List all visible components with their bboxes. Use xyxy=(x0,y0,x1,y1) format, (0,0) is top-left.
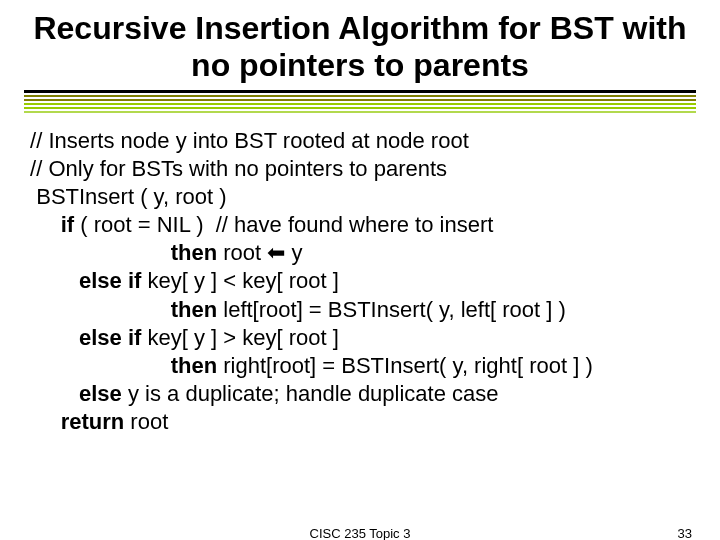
code-line-7-rest: left[root] = BSTInsert( y, left[ root ] … xyxy=(217,297,566,322)
keyword-else: else xyxy=(79,381,122,406)
code-line-9-indent xyxy=(24,353,171,378)
keyword-then-2: then xyxy=(171,297,217,322)
code-line-9-rest: right[root] = BSTInsert( y, right[ root … xyxy=(217,353,593,378)
keyword-then: then xyxy=(171,240,217,265)
code-line-6-rest: key[ y ] < key[ root ] xyxy=(141,268,338,293)
code-line-11-indent xyxy=(24,409,61,434)
code-line-5-indent xyxy=(24,240,171,265)
code-block: // Inserts node y into BST rooted at nod… xyxy=(24,127,696,437)
code-line-5-end: y xyxy=(285,240,302,265)
code-line-10-rest: y is a duplicate; handle duplicate case xyxy=(122,381,499,406)
code-line-7-indent xyxy=(24,297,171,322)
code-line-1: // Inserts node y into BST rooted at nod… xyxy=(24,128,469,153)
keyword-else-if-2: else if xyxy=(79,325,141,350)
code-line-3: BSTInsert ( y, root ) xyxy=(24,184,227,209)
code-line-11-rest: root xyxy=(124,409,168,434)
keyword-if: if xyxy=(61,212,74,237)
title-underline-rules xyxy=(24,90,696,113)
footer-center-text: CISC 235 Topic 3 xyxy=(310,526,411,540)
code-line-10-indent xyxy=(24,381,79,406)
slide: Recursive Insertion Algorithm for BST wi… xyxy=(0,0,720,540)
page-number: 33 xyxy=(678,526,692,540)
code-line-2: // Only for BSTs with no pointers to par… xyxy=(24,156,447,181)
code-line-4-indent xyxy=(24,212,61,237)
code-line-8-rest: key[ y ] > key[ root ] xyxy=(141,325,338,350)
slide-title: Recursive Insertion Algorithm for BST wi… xyxy=(24,10,696,84)
code-line-4-rest: ( root = NIL ) // have found where to in… xyxy=(74,212,493,237)
code-line-8-indent xyxy=(24,325,79,350)
keyword-then-3: then xyxy=(171,353,217,378)
keyword-else-if: else if xyxy=(79,268,141,293)
keyword-return: return xyxy=(61,409,125,434)
code-line-6-indent xyxy=(24,268,79,293)
left-arrow-icon: ⬅ xyxy=(267,240,285,265)
code-line-5-mid: root xyxy=(217,240,267,265)
